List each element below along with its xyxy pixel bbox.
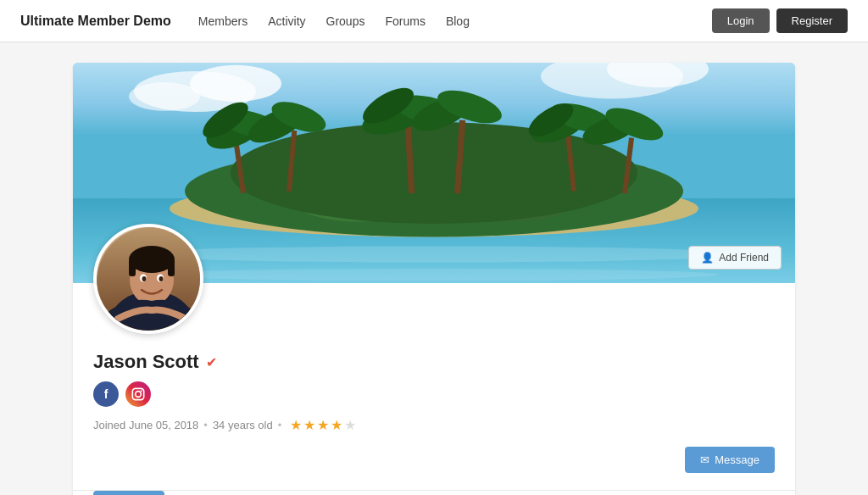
message-button[interactable]: ✉ Message xyxy=(685,447,775,473)
message-btn-row: ✉ Message xyxy=(93,447,775,473)
tab-comments[interactable]: 💬 Comments xyxy=(235,491,331,495)
tab-about[interactable]: 👤 About xyxy=(93,491,164,495)
star-4: ★ xyxy=(331,417,342,433)
tab-friends[interactable]: 👥 Friends xyxy=(665,491,744,495)
star-3: ★ xyxy=(317,417,329,433)
profile-meta: Joined June 05, 2018 • 34 years old • ★ … xyxy=(93,417,775,433)
tab-bookmarks[interactable]: 🔖 Bookmarks xyxy=(568,491,665,495)
social-links: f xyxy=(93,381,775,407)
svg-rect-43 xyxy=(129,259,136,276)
svg-point-42 xyxy=(129,246,175,273)
star-1: ★ xyxy=(290,417,302,433)
svg-point-7 xyxy=(129,246,739,262)
nav-item-blog[interactable]: Blog xyxy=(446,14,470,28)
tab-reviews[interactable]: ⭐ Reviews xyxy=(484,491,568,495)
nav-list: Members Activity Groups Forums Blog xyxy=(198,14,470,28)
verified-icon: ✔ xyxy=(206,354,217,370)
profile-info: Jason Scott ✔ f Joined June 05, 2018 • xyxy=(73,283,795,490)
age: 34 years old xyxy=(213,419,273,431)
message-icon: ✉ xyxy=(700,453,709,466)
tab-bar: 👤 About ✏️ Posts 💬 Comments 📋 Activity 🖼… xyxy=(73,490,795,495)
nav-item-forums[interactable]: Forums xyxy=(385,14,425,28)
header: Ultimate Member Demo Members Activity Gr… xyxy=(0,0,868,42)
svg-rect-49 xyxy=(132,388,143,399)
header-left: Ultimate Member Demo Members Activity Gr… xyxy=(20,14,470,29)
svg-point-2 xyxy=(190,65,281,102)
svg-point-3 xyxy=(129,82,200,111)
nav-item-members[interactable]: Members xyxy=(198,14,248,28)
svg-point-51 xyxy=(141,390,142,392)
facebook-link[interactable]: f xyxy=(93,381,119,407)
svg-point-8 xyxy=(149,269,719,281)
header-right: Login Register xyxy=(712,8,848,33)
instagram-icon xyxy=(131,387,145,401)
site-title: Ultimate Member Demo xyxy=(20,14,171,29)
svg-point-47 xyxy=(142,276,147,281)
svg-point-48 xyxy=(159,276,164,281)
svg-rect-44 xyxy=(168,259,175,276)
avatar xyxy=(93,224,203,334)
star-2: ★ xyxy=(303,417,315,433)
profile-name: Jason Scott xyxy=(93,351,199,373)
tab-photos[interactable]: 🖼️ Photos xyxy=(408,491,484,495)
meta-dot-2: • xyxy=(278,419,282,431)
svg-point-50 xyxy=(136,392,142,398)
tab-activity[interactable]: 📋 Activity xyxy=(330,491,407,495)
tab-posts[interactable]: ✏️ Posts xyxy=(164,491,235,495)
nav-item-activity[interactable]: Activity xyxy=(268,14,305,28)
main-content: 👤 Add Friend xyxy=(53,42,815,495)
add-friend-button[interactable]: 👤 Add Friend xyxy=(688,246,782,270)
meta-dot-1: • xyxy=(203,419,208,431)
star-5: ★ xyxy=(344,417,356,433)
profile-card: 👤 Add Friend xyxy=(73,63,795,495)
instagram-link[interactable] xyxy=(125,381,151,407)
login-button[interactable]: Login xyxy=(712,8,770,33)
rating-stars: ★ ★ ★ ★ ★ xyxy=(290,417,356,433)
main-nav: Members Activity Groups Forums Blog xyxy=(198,14,470,28)
add-friend-icon: 👤 xyxy=(701,252,714,264)
nav-item-groups[interactable]: Groups xyxy=(326,14,365,28)
register-button[interactable]: Register xyxy=(776,8,848,33)
joined-date: Joined June 05, 2018 xyxy=(93,419,198,431)
